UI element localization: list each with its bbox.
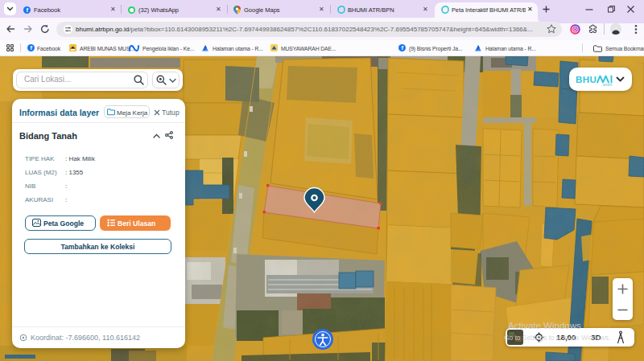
svg-text:ATR/BPN: ATR/BPN: [603, 84, 612, 87]
svg-text:BHU: BHU: [576, 75, 597, 84]
